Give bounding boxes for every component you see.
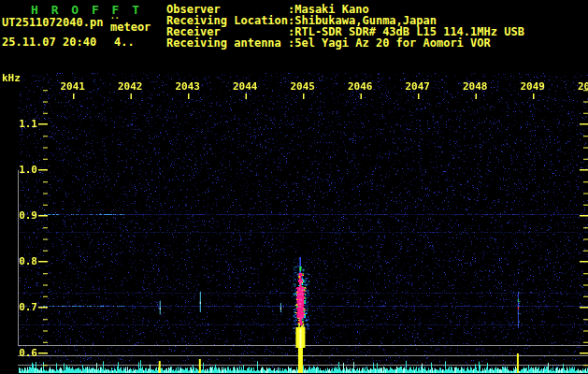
- band-label: meteor: [110, 22, 151, 33]
- info-value-antenna: :5el Yagi Az 20 for Aomori VOR: [288, 37, 491, 49]
- app-title: H R O F F T: [31, 3, 142, 17]
- info-label-antenna: Receiving antenna: [166, 37, 281, 49]
- spectrogram-canvas: [0, 70, 588, 374]
- hrofft-screen: H R O F F T UT2511072040.pn .. meteor 25…: [0, 0, 588, 374]
- filename-overlap-artifact: ..: [110, 13, 120, 21]
- datetime: 25.11.07 20:40: [2, 36, 96, 48]
- filename: UT2511072040.pn: [2, 17, 103, 28]
- event-counter: 4..: [114, 36, 135, 48]
